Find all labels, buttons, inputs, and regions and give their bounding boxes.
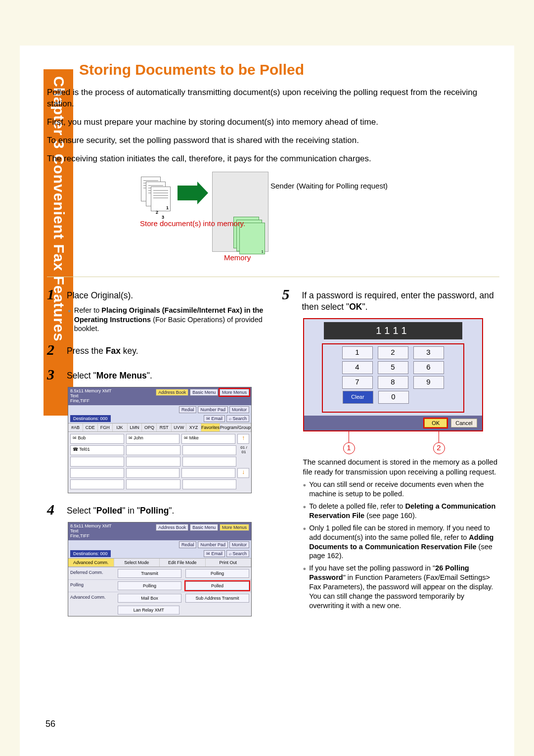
- cancel-button[interactable]: Cancel: [451, 419, 477, 427]
- polling-button[interactable]: Polling: [185, 569, 249, 578]
- step-1: 1 Place Original(s). ● Refer to Placing …: [47, 286, 265, 334]
- intro-p2: First, you must prepare your machine by …: [47, 117, 499, 128]
- step-5: 5 If a password is required, enter the p…: [282, 286, 500, 611]
- intro-p3: To ensure security, set the polling pass…: [47, 135, 499, 146]
- key-5[interactable]: 5: [378, 361, 408, 374]
- diagram: 1 2 3 1 Store document(s) into memory. M…: [47, 172, 499, 271]
- polled-button[interactable]: Polled: [185, 581, 249, 590]
- key-8[interactable]: 8: [378, 376, 408, 389]
- key-6[interactable]: 6: [413, 361, 444, 374]
- password-display: 1111: [324, 322, 462, 339]
- arrow-icon: [178, 186, 197, 200]
- intro-p1: Polled is the process of automatically t…: [47, 87, 499, 110]
- step-3: 3 Select "More Menus". 8.5x11 Memory XMT…: [47, 366, 265, 493]
- page-title: Storing Documents to be Polled: [47, 61, 499, 78]
- page-number: 56: [45, 719, 55, 729]
- destinations-badge: Destinations: 000: [70, 415, 111, 422]
- key-0[interactable]: 0: [378, 391, 409, 404]
- key-clear[interactable]: Clear: [343, 391, 373, 404]
- fax-screen-more-menus: 8.5x11 Memory XMT Text Fine,TIFF Address…: [68, 387, 252, 493]
- step-2: 2 Press the Fax key.: [47, 341, 265, 358]
- key-4[interactable]: 4: [342, 361, 373, 374]
- key-7[interactable]: 7: [342, 376, 373, 389]
- more-menus-button[interactable]: More Menus: [220, 389, 249, 396]
- scroll-down-icon[interactable]: ↓: [237, 468, 249, 478]
- basic-menu-button[interactable]: Basic Menu: [190, 389, 218, 396]
- memory-caption: Memory: [224, 253, 251, 263]
- monitor-button[interactable]: Monitor: [229, 406, 249, 413]
- key-2[interactable]: 2: [378, 346, 408, 359]
- sender-caption: Sender (Waiting for Polling request): [270, 182, 388, 190]
- number-pad-button[interactable]: Number Pad: [198, 406, 228, 413]
- password-keypad: 1111 1 2 3 4 5 6: [303, 318, 483, 431]
- redial-button[interactable]: Redial: [179, 406, 197, 413]
- step-4: 4 Select "Polled" in "Polling". 8.5x11 M…: [47, 501, 265, 616]
- intro-p4: The receiving station initiates the call…: [47, 153, 499, 165]
- ok-button[interactable]: OK: [424, 419, 447, 427]
- machine-icon: 1: [212, 172, 268, 252]
- fax-screen-polling: 8.5x11 Memory XMT Text Fine,TIFF Address…: [68, 522, 252, 616]
- key-1[interactable]: 1: [342, 346, 373, 359]
- store-caption: Store document(s) into memory.: [140, 219, 245, 229]
- key-9[interactable]: 9: [413, 376, 444, 389]
- address-book-button[interactable]: Address Book: [156, 389, 188, 396]
- transmit-button[interactable]: Transmit: [118, 569, 181, 578]
- scroll-up-icon[interactable]: ↑: [237, 434, 249, 444]
- key-3[interactable]: 3: [413, 346, 444, 359]
- result-paragraph: The scanned document is stored in the me…: [303, 457, 500, 477]
